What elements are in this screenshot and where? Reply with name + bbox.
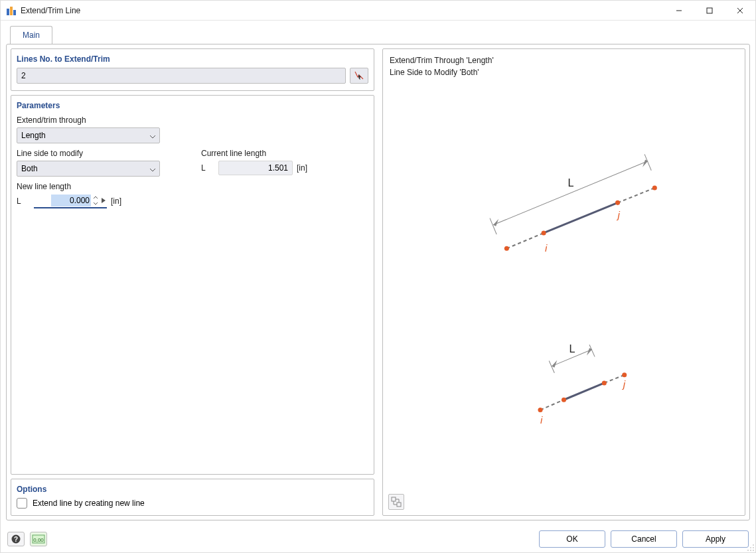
new-length-input[interactable] bbox=[51, 195, 91, 206]
cancel-button[interactable]: Cancel bbox=[611, 530, 677, 548]
svg-line-9 bbox=[490, 218, 496, 234]
svg-rect-33 bbox=[392, 497, 396, 501]
svg-line-13 bbox=[544, 202, 617, 233]
panels: Lines No. to Extend/Trim Parameters Exte… bbox=[6, 44, 750, 520]
svg-rect-1 bbox=[10, 7, 13, 15]
svg-point-43 bbox=[750, 550, 751, 551]
parameters-group: Parameters Extend/trim through Length Li… bbox=[11, 95, 374, 475]
preview-panel: Extend/Trim Through 'Length' Line Side t… bbox=[382, 48, 745, 516]
preview-line-1: Extend/Trim Through 'Length' bbox=[390, 54, 738, 66]
spinner-down[interactable] bbox=[92, 200, 99, 206]
spinner-up[interactable] bbox=[92, 195, 99, 200]
left-column: Lines No. to Extend/Trim Parameters Exte… bbox=[11, 48, 374, 516]
units-button[interactable]: 0,00 bbox=[30, 532, 47, 546]
current-length-label: Current line length bbox=[201, 149, 368, 158]
svg-text:i: i bbox=[540, 414, 543, 426]
lines-input[interactable] bbox=[17, 68, 346, 84]
through-select[interactable]: Length bbox=[17, 127, 160, 143]
tab-main[interactable]: Main bbox=[10, 26, 52, 44]
svg-line-12 bbox=[618, 188, 655, 202]
help-button[interactable]: ? bbox=[7, 532, 25, 546]
new-unit: [in] bbox=[111, 197, 121, 206]
extend-by-new-checkbox[interactable] bbox=[17, 498, 27, 509]
svg-rect-34 bbox=[397, 503, 401, 507]
minimize-button[interactable] bbox=[664, 1, 694, 20]
new-length-label: New line length bbox=[17, 182, 368, 191]
side-select[interactable]: Both bbox=[17, 161, 160, 177]
svg-line-11 bbox=[506, 233, 544, 248]
svg-rect-0 bbox=[7, 9, 9, 15]
svg-point-42 bbox=[747, 550, 749, 551]
through-label: Extend/trim through bbox=[17, 116, 368, 125]
parameters-title: Parameters bbox=[17, 101, 368, 110]
window-title: Extend/Trim Line bbox=[21, 6, 664, 15]
svg-rect-4 bbox=[707, 8, 712, 13]
svg-point-40 bbox=[750, 547, 751, 548]
new-symbol: L bbox=[17, 197, 30, 206]
pick-in-view-button[interactable] bbox=[350, 68, 368, 84]
svg-point-15 bbox=[542, 230, 546, 235]
lines-group: Lines No. to Extend/Trim bbox=[11, 48, 374, 91]
svg-line-7 bbox=[493, 161, 648, 225]
preview-text: Extend/Trim Through 'Length' Line Side t… bbox=[383, 49, 745, 78]
svg-point-27 bbox=[538, 408, 542, 412]
current-length-value bbox=[218, 161, 293, 175]
resize-grip[interactable] bbox=[747, 544, 755, 552]
svg-text:?: ? bbox=[14, 536, 18, 543]
apply-button[interactable]: Apply bbox=[682, 530, 749, 548]
tab-strip: Main bbox=[10, 26, 750, 44]
extend-by-new-label: Extend line by creating new line bbox=[33, 499, 145, 508]
svg-point-17 bbox=[652, 186, 657, 191]
svg-point-39 bbox=[753, 544, 754, 546]
preview-canvas: L i bbox=[387, 84, 741, 487]
app-icon bbox=[6, 5, 17, 16]
svg-point-30 bbox=[622, 372, 627, 377]
spinner-step-button[interactable] bbox=[100, 195, 107, 206]
svg-rect-2 bbox=[13, 10, 16, 15]
lines-group-title: Lines No. to Extend/Trim bbox=[17, 54, 368, 64]
maximize-button[interactable] bbox=[694, 1, 725, 20]
window-controls bbox=[664, 1, 755, 20]
options-title: Options bbox=[17, 485, 368, 494]
svg-text:L: L bbox=[569, 343, 575, 355]
svg-point-41 bbox=[753, 547, 754, 548]
svg-text:L: L bbox=[568, 177, 574, 189]
options-group: Options Extend line by creating new line bbox=[11, 479, 374, 516]
current-unit: [in] bbox=[297, 163, 307, 173]
svg-line-24 bbox=[540, 400, 564, 410]
svg-point-29 bbox=[602, 380, 607, 385]
svg-point-28 bbox=[562, 398, 566, 402]
titlebar: Extend/Trim Line bbox=[1, 1, 755, 21]
svg-text:j: j bbox=[617, 209, 621, 220]
close-button[interactable] bbox=[725, 1, 755, 20]
svg-text:i: i bbox=[545, 242, 548, 254]
new-length-field[interactable] bbox=[34, 194, 107, 208]
current-symbol: L bbox=[201, 163, 214, 173]
side-label: Line side to modify bbox=[17, 149, 184, 158]
bottom-bar: ? 0,00 OK Cancel Apply bbox=[1, 526, 755, 552]
svg-point-16 bbox=[615, 200, 620, 205]
svg-line-25 bbox=[604, 375, 624, 383]
svg-line-26 bbox=[564, 383, 605, 400]
svg-text:0,00: 0,00 bbox=[33, 537, 44, 543]
content: Main Lines No. to Extend/Trim bbox=[1, 21, 755, 526]
svg-point-14 bbox=[504, 246, 509, 251]
svg-point-44 bbox=[753, 550, 754, 551]
ok-button[interactable]: OK bbox=[539, 530, 605, 548]
view-toggle-button[interactable] bbox=[388, 494, 404, 510]
preview-line-2: Line Side to Modify 'Both' bbox=[390, 66, 738, 78]
svg-text:j: j bbox=[622, 378, 626, 390]
